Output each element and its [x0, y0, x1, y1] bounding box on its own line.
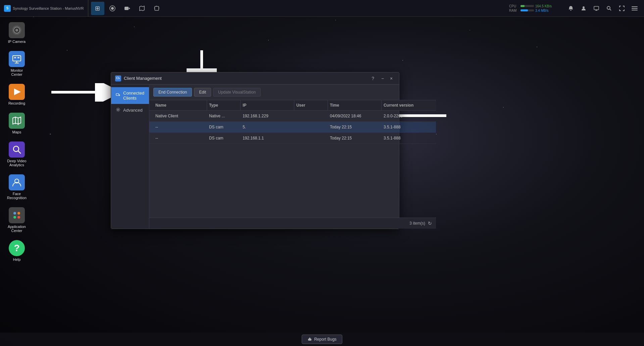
app-logo: S Synology Surveillance Station - Marius… — [0, 0, 88, 16]
row1-type: Native ... — [207, 111, 241, 121]
nav-btn-recording[interactable] — [120, 2, 134, 15]
user-icon[interactable] — [578, 3, 589, 14]
row2-time: Today 22:15 — [328, 122, 382, 132]
sidebar-item-connected-clients[interactable]: Connected Clients — [111, 87, 149, 104]
nav-btn-map[interactable] — [135, 2, 149, 15]
notification-icon[interactable] — [565, 3, 576, 14]
svg-point-8 — [583, 6, 585, 8]
row3-version: 3.5.1-888 — [382, 133, 432, 143]
desktop-icon-maps[interactable]: Maps — [3, 111, 30, 136]
svg-point-45 — [117, 109, 119, 110]
col-name: Name — [153, 100, 207, 110]
ip-camera-label: IP Camera — [8, 40, 26, 44]
svg-point-34 — [17, 216, 20, 219]
svg-point-33 — [13, 216, 16, 219]
dialog-window-buttons: − × — [379, 75, 395, 82]
svg-point-1 — [111, 7, 114, 10]
row1-version: 2.0.0-2269 — [382, 111, 432, 121]
nav-btn-camera[interactable] — [106, 2, 119, 15]
advanced-icon — [116, 107, 120, 113]
row1-user — [294, 111, 328, 121]
refresh-icon[interactable]: ↻ — [428, 221, 432, 226]
dialog-content: End Connection Edit Update VisualStation… — [149, 84, 436, 229]
application-center-label: Application Center — [5, 225, 28, 233]
row1-ip: 192.168.1.229 — [241, 111, 294, 121]
row2-type: DS cam — [207, 122, 241, 132]
connected-clients-icon — [116, 93, 120, 99]
application-center-icon — [9, 207, 25, 223]
svg-line-29 — [18, 151, 21, 154]
maps-label: Maps — [12, 130, 21, 134]
cpu-label: CPU — [509, 4, 519, 8]
desktop-icon-deep-video[interactable]: Deep Video Analytics — [3, 139, 30, 169]
svg-point-12 — [607, 6, 610, 9]
dialog-title-text: Client Management — [124, 76, 367, 81]
svg-point-31 — [13, 212, 16, 215]
taskbar-right: CPU 164.5 KB/s RAM 3.4 MB/s — [509, 3, 644, 14]
table-row[interactable]: -- DS cam 192.168.1.1 Today 22:15 3.5.1-… — [149, 133, 436, 144]
dialog-minimize-btn[interactable]: − — [379, 75, 386, 82]
svg-rect-43 — [116, 94, 119, 96]
row2-version: 3.5.1-888 — [382, 122, 432, 132]
desktop-icon-face-recognition[interactable]: Face Recognition — [3, 172, 30, 202]
cpu-bar-fill — [521, 5, 525, 7]
dialog-close-btn[interactable]: × — [388, 75, 395, 82]
search-icon[interactable] — [604, 3, 614, 14]
svg-rect-14 — [632, 6, 638, 7]
update-visualstation-button[interactable]: Update VisualStation — [213, 88, 261, 97]
taskbar-nav: ⊞ — [88, 0, 166, 16]
col-type: Type — [207, 100, 241, 110]
end-connection-button[interactable]: End Connection — [153, 88, 192, 97]
svg-marker-42 — [119, 78, 120, 79]
svg-point-32 — [17, 212, 20, 215]
sidebar-item-advanced[interactable]: Advanced — [111, 104, 149, 116]
dialog-help-btn[interactable]: ? — [369, 76, 376, 81]
svg-rect-20 — [13, 56, 21, 61]
svg-rect-41 — [116, 77, 119, 79]
cpu-speed: 164.5 KB/s — [535, 4, 552, 8]
desktop-icon-recording[interactable]: Recording — [3, 82, 30, 107]
help-label: Help — [13, 257, 21, 262]
row2-user — [294, 122, 328, 132]
recording-icon — [9, 84, 25, 100]
desktop-icon-application-center[interactable]: Application Center — [3, 205, 30, 235]
display-icon[interactable] — [591, 3, 602, 14]
desktop-icon-help[interactable]: ? Help — [3, 238, 30, 264]
desktop-icon-ip-camera[interactable]: IP Camera — [3, 20, 30, 46]
nav-btn-grid[interactable]: ⊞ — [91, 2, 104, 15]
nav-btn-ai[interactable] — [150, 2, 163, 15]
menu-icon[interactable] — [629, 3, 640, 14]
deep-video-label: Deep Video Analytics — [5, 159, 28, 167]
ram-bar — [521, 9, 534, 11]
deep-video-icon — [9, 141, 25, 158]
row3-ip: 192.168.1.1 — [241, 133, 294, 143]
help-icon: ? — [9, 240, 25, 256]
ram-speed: 3.4 MB/s — [535, 9, 548, 12]
row2-name: -- — [153, 122, 207, 132]
svg-rect-15 — [632, 8, 638, 9]
item-count: 3 item(s) — [409, 221, 425, 226]
row3-type: DS cam — [207, 133, 241, 143]
svg-rect-24 — [17, 57, 19, 58]
svg-rect-16 — [632, 10, 638, 10]
edit-button[interactable]: Edit — [194, 88, 211, 97]
row3-user — [294, 133, 328, 143]
fullscreen-icon[interactable] — [616, 3, 627, 14]
dialog-toolbar: End Connection Edit Update VisualStation — [149, 84, 436, 100]
table-row[interactable]: -- DS cam 5. Today 22:15 3.5.1-888 — [149, 122, 436, 133]
ram-label: RAM — [509, 9, 519, 12]
dialog-body: Connected Clients Advanced End Connectio… — [111, 84, 399, 229]
col-time: Time — [328, 100, 382, 110]
row2-ip: 5. — [241, 122, 294, 132]
maps-icon — [9, 113, 25, 129]
svg-line-13 — [610, 9, 611, 10]
report-bugs-button[interactable]: Report Bugs — [302, 335, 342, 344]
svg-point-19 — [15, 29, 18, 32]
desktop-icon-monitor-center[interactable]: Monitor Center — [3, 49, 30, 78]
face-recognition-icon — [9, 174, 25, 190]
connected-clients-label: Connected Clients — [123, 91, 144, 101]
row3-time: Today 22:15 — [328, 133, 382, 143]
monitor-center-icon — [9, 51, 25, 67]
svg-marker-44 — [119, 94, 120, 96]
table-row[interactable]: Native Client Native ... 192.168.1.229 0… — [149, 111, 436, 122]
